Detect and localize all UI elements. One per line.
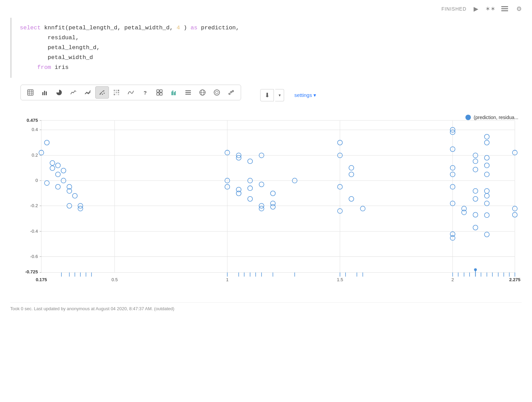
svg-point-44 (230, 91, 232, 93)
svg-text:1.5: 1.5 (337, 277, 343, 282)
svg-rect-30 (160, 93, 162, 95)
table-view-button[interactable] (24, 86, 37, 99)
code-line-5: from iris (20, 63, 514, 73)
svg-rect-18 (114, 90, 115, 91)
svg-point-134 (462, 206, 466, 211)
svg-text:0.475: 0.475 (27, 118, 38, 123)
keyword-as: as (191, 25, 197, 31)
grid-chart-button[interactable] (153, 86, 166, 99)
footer: Took 0 sec. Last updated by anonymous at… (10, 302, 522, 311)
svg-point-108 (248, 197, 252, 201)
svg-text:-0.2: -0.2 (30, 203, 38, 209)
svg-point-138 (473, 167, 478, 172)
svg-rect-3 (28, 90, 33, 95)
svg-point-123 (349, 197, 354, 201)
run-button[interactable]: ▶ (471, 4, 481, 14)
bar-chart-button[interactable] (38, 86, 52, 99)
svg-point-96 (78, 206, 83, 211)
svg-point-95 (72, 193, 77, 198)
svg-point-143 (485, 134, 489, 139)
svg-point-87 (56, 172, 60, 177)
svg-point-179 (474, 269, 477, 271)
svg-rect-31 (171, 91, 172, 95)
download-dropdown[interactable]: ▾ (275, 89, 284, 101)
svg-point-90 (61, 168, 66, 173)
svg-point-14 (102, 91, 103, 92)
svg-rect-9 (44, 91, 45, 95)
svg-text:0.175: 0.175 (36, 277, 47, 282)
download-button[interactable]: ⬇ (260, 89, 274, 101)
svg-point-89 (56, 185, 60, 189)
chart-legend: (prediction, residua... (465, 115, 518, 120)
svg-point-42 (215, 91, 218, 94)
settings-button[interactable]: settings ▾ (294, 92, 316, 98)
area-chart-button[interactable] (67, 86, 80, 99)
svg-point-148 (485, 189, 489, 193)
svg-rect-21 (114, 92, 115, 93)
download-toolbar: ⬇ ▾ (260, 89, 284, 101)
svg-rect-33 (174, 92, 175, 95)
svg-point-124 (360, 206, 365, 211)
svg-point-151 (485, 213, 489, 218)
svg-point-107 (248, 186, 252, 191)
svg-point-135 (462, 210, 466, 215)
svg-point-150 (485, 201, 489, 206)
svg-point-137 (473, 159, 478, 164)
svg-rect-25 (116, 94, 117, 95)
svg-point-147 (485, 172, 489, 177)
heatmap-button[interactable] (110, 86, 123, 99)
svg-point-140 (473, 197, 478, 201)
code-line-3: petal_length_d, (20, 43, 514, 53)
grouped-bar-button[interactable] (167, 86, 181, 99)
svg-rect-0 (501, 6, 508, 7)
svg-point-113 (270, 191, 275, 196)
svg-rect-29 (157, 93, 159, 95)
svg-point-13 (100, 93, 101, 94)
svg-point-152 (485, 232, 489, 237)
svg-point-83 (44, 140, 49, 145)
svg-point-86 (50, 166, 55, 171)
svg-point-12 (101, 92, 102, 93)
line-chart-button[interactable] (81, 86, 95, 99)
map-button[interactable] (196, 86, 209, 99)
log-button[interactable] (500, 4, 509, 14)
pie-chart-button[interactable] (52, 86, 66, 99)
chart-type-toolbar: ? (20, 85, 241, 100)
svg-point-112 (259, 206, 264, 211)
svg-text:0.2: 0.2 (32, 153, 38, 158)
svg-text:2: 2 (451, 277, 454, 282)
svg-point-144 (485, 140, 489, 145)
svg-point-122 (349, 172, 354, 177)
footer-text: Took 0 sec. Last updated by anonymous at… (10, 306, 174, 311)
scatter-chart-svg: .axis-label { font-size: 13px; fill: #55… (10, 111, 522, 296)
settings-icon-button[interactable]: ⚙ (514, 4, 524, 14)
svg-point-121 (349, 166, 354, 170)
svg-point-84 (44, 181, 49, 186)
svg-text:-0.4: -0.4 (30, 229, 38, 234)
dot-plot-button[interactable] (224, 86, 238, 99)
help-button[interactable]: ? (138, 86, 152, 99)
svg-rect-26 (118, 94, 119, 95)
scatter-plot-button[interactable] (95, 86, 109, 99)
globe-button[interactable] (210, 86, 224, 99)
svg-point-105 (248, 159, 252, 164)
svg-point-45 (232, 90, 234, 92)
svg-point-43 (229, 93, 230, 95)
legend-label: (prediction, residua... (474, 115, 518, 120)
svg-text:-0.725: -0.725 (25, 270, 38, 275)
list-chart-button[interactable] (181, 86, 195, 99)
svg-point-145 (485, 156, 489, 160)
code-line-1: select knnfit(petal_length_d, petal_widt… (20, 23, 514, 33)
svg-point-85 (50, 161, 55, 166)
code-line-2: residual, (20, 33, 514, 43)
svg-point-146 (485, 163, 489, 168)
stop-button[interactable]: ✶✶ (486, 4, 495, 14)
svg-rect-19 (116, 90, 117, 91)
svg-rect-1 (501, 8, 508, 9)
curve-chart-button[interactable] (124, 86, 138, 99)
settings-label: settings ▾ (294, 92, 316, 98)
svg-text:0: 0 (36, 178, 38, 183)
legend-dot (465, 115, 471, 120)
svg-point-103 (236, 187, 241, 192)
svg-rect-28 (160, 90, 162, 92)
